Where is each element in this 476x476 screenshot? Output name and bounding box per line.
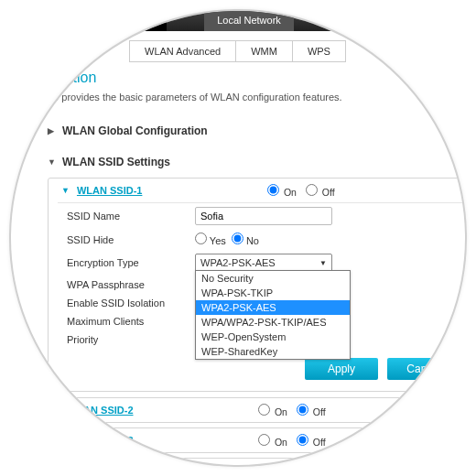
- chevron-down-icon: ▼: [48, 157, 57, 167]
- apply-button[interactable]: Apply: [305, 358, 378, 380]
- enc-opt-wpa-psk-tkip[interactable]: WPA-PSK-TKIP: [196, 286, 350, 300]
- top-bar: Local Network: [9, 9, 467, 31]
- ssid3-row[interactable]: ▶ WLAN SSID-3 On Off: [48, 427, 467, 453]
- ssid3-on-radio[interactable]: On: [254, 434, 287, 448]
- ssid1-title[interactable]: WLAN SSID-1: [77, 185, 143, 196]
- ssid2-row[interactable]: ▶ WLAN SSID-2 On Off: [48, 397, 467, 423]
- enc-opt-wep-shared[interactable]: WEP-SharedKey: [196, 344, 350, 359]
- ssid1-on-radio[interactable]: On: [264, 184, 297, 198]
- ssid3-off-radio[interactable]: Off: [293, 434, 326, 448]
- encryption-dropdown: No Security WPA-PSK-TKIP WPA2-PSK-AES WP…: [195, 270, 351, 360]
- ssid-name-input[interactable]: [195, 207, 332, 225]
- topbar-tab-local-network[interactable]: Local Network: [204, 11, 294, 31]
- enc-opt-no-security[interactable]: No Security: [196, 271, 350, 286]
- chevron-right-icon: ▶: [48, 126, 57, 135]
- section-global-config[interactable]: ▶ WLAN Global Configuration: [48, 119, 467, 143]
- ssid2-off-radio[interactable]: Off: [293, 404, 326, 417]
- chevron-right-icon: ▶: [54, 406, 60, 415]
- ssid2-title: WLAN SSID-2: [68, 405, 134, 416]
- label-priority: Priority: [67, 334, 195, 345]
- ssid3-title: WLAN SSID-3: [68, 435, 134, 446]
- tab-wlan-advanced[interactable]: WLAN Advanced: [129, 40, 236, 62]
- enc-opt-wpa2-psk-aes[interactable]: WPA2-PSK-AES: [196, 300, 350, 315]
- page-title: rmation: [48, 70, 467, 86]
- chevron-right-icon: ▶: [54, 436, 60, 445]
- ssid2-on-radio[interactable]: On: [254, 404, 287, 417]
- tab-wmm[interactable]: WMM: [235, 40, 293, 62]
- section-global-title: WLAN Global Configuration: [62, 124, 208, 137]
- hide-no-radio[interactable]: No: [232, 233, 259, 246]
- cancel-button[interactable]: Cancel: [387, 358, 460, 380]
- ssid4-row[interactable]: ▶ WLAN SSID-4 On Off: [48, 458, 467, 467]
- caret-down-icon: ▼: [319, 259, 327, 267]
- enc-opt-wep-open[interactable]: WEP-OpenSystem: [196, 330, 350, 344]
- enc-opt-wpa-wpa2-mixed[interactable]: WPA/WPA2-PSK-TKIP/AES: [196, 315, 350, 330]
- ssid4-off-radio[interactable]: Off: [293, 464, 326, 468]
- tab-wps[interactable]: WPS: [292, 40, 346, 62]
- label-ssid-name: SSID Name: [67, 211, 195, 222]
- ssid4-on-radio[interactable]: On: [254, 464, 287, 468]
- label-wpa-passphrase: WPA Passphrase: [67, 279, 195, 290]
- chevron-right-icon: ▶: [54, 466, 60, 467]
- ssid1-off-radio[interactable]: Off: [302, 184, 335, 198]
- chevron-down-icon: ▼: [61, 186, 70, 195]
- hide-yes-radio[interactable]: Yes: [195, 233, 226, 246]
- section-ssid-settings[interactable]: ▼ WLAN SSID Settings: [48, 150, 467, 174]
- label-encryption-type: Encryption Type: [67, 257, 195, 268]
- ssid4-title: WLAN SSID-4: [68, 465, 134, 467]
- label-max-clients: Maximum Clients: [67, 316, 195, 327]
- encryption-selected: WPA2-PSK-AES: [200, 257, 276, 268]
- sub-tabs: WLAN Advanced WMM WPS: [9, 31, 467, 70]
- ssid1-panel: ▼ WLAN SSID-1 On Off SSID Name SSID Hide…: [48, 178, 467, 392]
- encryption-select[interactable]: WPA2-PSK-AES ▼: [195, 254, 332, 272]
- label-ssid-hide: SSID Hide: [67, 234, 195, 245]
- section-ssid-title: WLAN SSID Settings: [62, 156, 170, 168]
- page-desc: ge provides the basic parameters of WLAN…: [48, 92, 467, 103]
- label-ssid-isolation: Enable SSID Isolation: [67, 298, 195, 308]
